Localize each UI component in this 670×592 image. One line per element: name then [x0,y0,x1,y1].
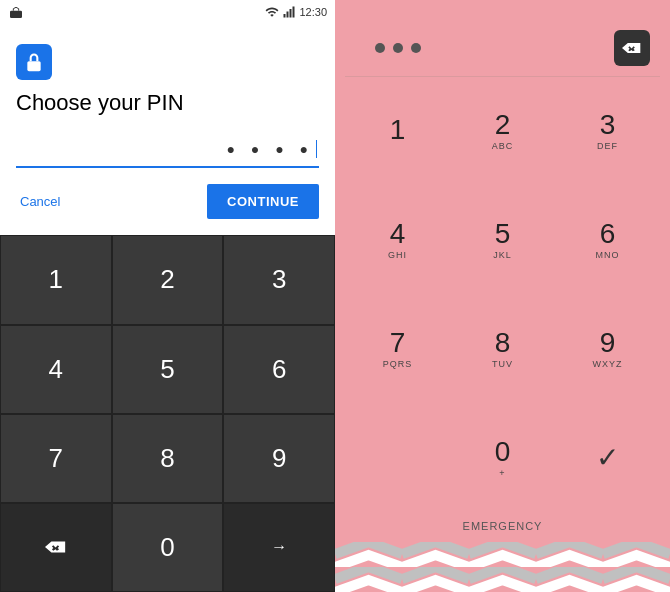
right-backspace-icon [622,38,642,58]
chevron-pattern [335,542,670,592]
keyboard-row-1: 1 2 3 [0,235,335,324]
key-0-left[interactable]: 0 [112,503,224,592]
key-9[interactable]: 9 [223,414,335,503]
key-3[interactable]: 3 [223,235,335,324]
pin-actions: Cancel CONTINUE [16,184,319,219]
right-key-9[interactable]: 9 WXYZ [555,295,660,404]
backspace-icon [45,538,67,556]
lock-svg [24,51,44,73]
svg-point-6 [32,65,35,68]
keyboard-row-3: 7 8 9 [0,414,335,503]
key-2[interactable]: 2 [112,235,224,324]
status-bar-left [8,4,24,20]
keypad-row-1: 1 2 ABC 3 DEF [345,77,660,186]
keyboard-left: 1 2 3 4 5 6 7 8 9 0 → [0,235,335,592]
right-key-2[interactable]: 2 ABC [450,77,555,186]
lock-icon-wrap [16,44,319,80]
pin-setup-area: Choose your PIN ● ● ● ● Cancel CONTINUE [0,24,335,235]
right-key-8[interactable]: 8 TUV [450,295,555,404]
key-7[interactable]: 7 [0,414,112,503]
keypad-row-2: 4 GHI 5 JKL 6 MNO [345,186,660,295]
time-display: 12:30 [299,6,327,18]
pin-input-wrap: ● ● ● ● [16,136,319,168]
keyboard-row-4: 0 → [0,503,335,592]
svg-rect-3 [290,9,292,18]
svg-rect-0 [10,11,22,18]
right-panel: 1 2 ABC 3 DEF 4 GHI 5 JKL 6 [335,0,670,592]
left-panel: 12:30 Choose your PIN ● ● ● ● Cancel CON… [0,0,335,592]
svg-rect-7 [335,542,670,592]
right-dots [345,43,421,53]
right-key-1[interactable]: 1 [345,77,450,186]
status-bar: 12:30 [0,0,335,24]
keyboard-row-2: 4 5 6 [0,325,335,414]
right-key-0[interactable]: 0 + [450,403,555,512]
pin-cursor [316,140,317,158]
right-key-3[interactable]: 3 DEF [555,77,660,186]
right-top [335,0,670,76]
emergency-text: EMERGENCY [463,520,543,532]
key-8[interactable]: 8 [112,414,224,503]
key-1[interactable]: 1 [0,235,112,324]
lock-icon [16,44,52,80]
pin-title: Choose your PIN [16,90,319,116]
keypad-right: 1 2 ABC 3 DEF 4 GHI 5 JKL 6 [335,77,670,512]
svg-rect-2 [287,12,289,18]
svg-rect-1 [284,14,286,18]
right-key-empty [345,403,450,512]
pin-dots: ● ● ● ● [16,136,319,168]
status-bar-right: 12:30 [265,5,327,19]
right-key-5[interactable]: 5 JKL [450,186,555,295]
right-key-4[interactable]: 4 GHI [345,186,450,295]
right-key-check[interactable]: ✓ [555,403,660,512]
key-enter[interactable]: → [223,503,335,592]
wifi-icon [265,5,279,19]
key-4[interactable]: 4 [0,325,112,414]
dot-2 [393,43,403,53]
keypad-row-3: 7 PQRS 8 TUV 9 WXYZ [345,295,660,404]
right-backspace-button[interactable] [614,30,650,66]
key-backspace[interactable] [0,503,112,592]
signal-icon [283,5,295,19]
right-key-6[interactable]: 6 MNO [555,186,660,295]
svg-rect-4 [293,7,295,18]
android-icon [8,4,24,20]
key-5[interactable]: 5 [112,325,224,414]
dot-1 [375,43,385,53]
key-6[interactable]: 6 [223,325,335,414]
continue-button[interactable]: CONTINUE [207,184,319,219]
cancel-button[interactable]: Cancel [16,186,64,217]
emergency-row: EMERGENCY [335,512,670,536]
right-key-7[interactable]: 7 PQRS [345,295,450,404]
dot-3 [411,43,421,53]
keypad-row-4: 0 + ✓ [345,403,660,512]
bottom-area: EMERGENCY [335,512,670,592]
